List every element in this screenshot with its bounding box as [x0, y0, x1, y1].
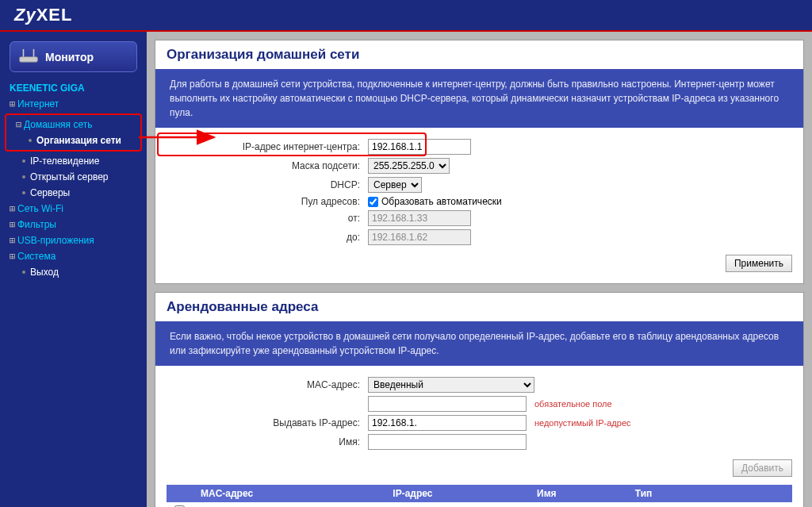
from-input [368, 210, 471, 226]
from-label: от: [171, 213, 368, 224]
pool-checkbox[interactable] [368, 197, 378, 207]
ip-label: IP-адрес интернет-центра: [171, 141, 368, 152]
topbar: ZyXEL [0, 0, 812, 32]
leased-table: MAC-адрес IP-адрес Имя Тип B8:70:F4:77:F… [167, 485, 792, 507]
nav-filters[interactable]: ⊞Фильтры [0, 217, 147, 232]
mac-input[interactable] [368, 396, 527, 412]
pool-checkbox-label: Образовать автоматически [381, 196, 502, 207]
mac-label: MAC-адрес: [171, 379, 368, 390]
nav-system[interactable]: ⊞Система [0, 248, 147, 264]
panel2-desc: Если важно, чтобы некое устройство в дом… [155, 321, 803, 366]
add-button[interactable]: Добавить [733, 459, 792, 477]
name-input[interactable] [368, 434, 527, 450]
nav: KEENETIC GIGA ⊞Интернет ⊟Домашняя сеть О… [0, 79, 147, 282]
mask-label: Маска подсети: [171, 160, 368, 171]
monitor-button[interactable]: Монитор [10, 41, 137, 72]
nav-usb[interactable]: ⊞USB-приложения [0, 232, 147, 248]
err-required: обязательное поле [534, 399, 612, 409]
panel-network-org: Организация домашней сети Для работы в д… [155, 40, 804, 284]
th-type: Тип [627, 485, 792, 502]
ip-give-label: Выдавать IP-адрес: [171, 417, 368, 428]
th-ip: IP-адрес [385, 485, 529, 502]
panel1-desc: Для работы в домашней сети устройства, п… [155, 69, 803, 128]
monitor-label: Монитор [45, 51, 94, 63]
apply-button[interactable]: Применить [726, 255, 792, 272]
panel1-title: Организация домашней сети [155, 40, 803, 69]
pool-label: Пул адресов: [171, 196, 368, 207]
th-mac: MAC-адрес [193, 485, 385, 502]
nav-wifi[interactable]: ⊞Сеть Wi-Fi [0, 201, 147, 217]
nav-internet[interactable]: ⊞Интернет [0, 96, 147, 112]
err-invalid: недопустимый IP-адрес [534, 418, 631, 428]
nav-sub-iptv[interactable]: IP-телевидение [0, 153, 147, 169]
dhcp-label: DHCP: [171, 179, 368, 190]
to-label: до: [171, 232, 368, 243]
brand-logo: ZyXEL [14, 5, 72, 25]
panel-leased: Арендованные адреса Если важно, чтобы не… [155, 292, 804, 507]
name-label: Имя: [171, 436, 368, 447]
table-row[interactable]: B8:70:F4:77:F0:4F 192.168.1.33 adva-^^ А… [167, 502, 792, 507]
panel2-title: Арендованные адреса [155, 293, 803, 321]
device-model: KEENETIC GIGA [0, 80, 147, 96]
sidebar: Монитор KEENETIC GIGA ⊞Интернет ⊟Домашня… [0, 32, 147, 507]
to-input [368, 229, 471, 245]
content: Организация домашней сети Для работы в д… [147, 32, 812, 507]
ip-give-input[interactable] [368, 415, 527, 431]
nav-sub-org[interactable]: Организация сети [6, 133, 140, 148]
mac-select[interactable]: Введенный [368, 377, 534, 393]
dhcp-select[interactable]: Сервер [368, 177, 422, 193]
nav-sub-servers[interactable]: Серверы [0, 185, 147, 201]
ip-input[interactable] [368, 139, 471, 155]
mask-select[interactable]: 255.255.255.0 [368, 158, 450, 174]
nav-home-net[interactable]: ⊟Домашняя сеть [6, 117, 140, 133]
router-icon [18, 47, 39, 67]
th-name: Имя [529, 485, 627, 502]
nav-exit[interactable]: Выход [0, 264, 147, 280]
nav-sub-open-server[interactable]: Открытый сервер [0, 169, 147, 185]
svg-rect-0 [20, 57, 38, 63]
